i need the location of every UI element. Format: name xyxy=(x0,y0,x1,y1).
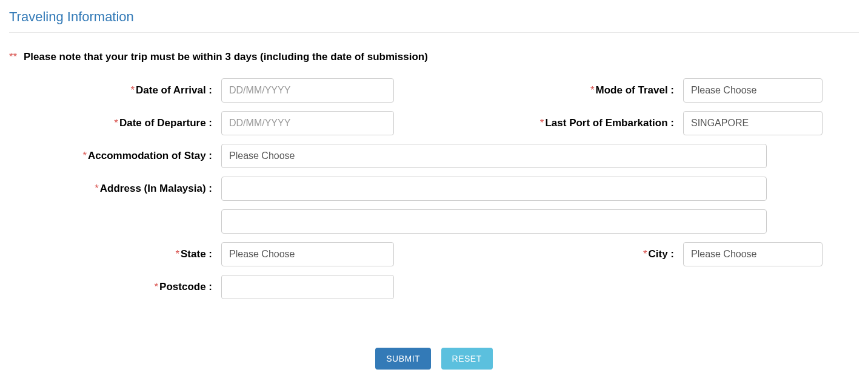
req-mark: * xyxy=(540,117,544,129)
accommodation-label: *Accommodation of Stay : xyxy=(9,150,221,162)
departure-label: *Date of Departure : xyxy=(9,117,221,129)
embarkation-select[interactable] xyxy=(683,111,823,135)
mode-select[interactable] xyxy=(683,78,823,103)
departure-input[interactable] xyxy=(221,111,394,135)
state-select[interactable] xyxy=(221,242,394,266)
postcode-label-text: Postcode : xyxy=(159,281,212,292)
embarkation-label-text: Last Port of Embarkation : xyxy=(545,117,674,129)
note-text: Please note that your trip must be withi… xyxy=(24,51,428,62)
req-mark: * xyxy=(643,248,647,260)
divider xyxy=(9,32,859,33)
address2-input[interactable] xyxy=(221,209,767,234)
req-mark: * xyxy=(130,84,135,96)
state-label-text: State : xyxy=(181,248,212,260)
arrival-input[interactable] xyxy=(221,78,394,103)
accommodation-label-text: Accommodation of Stay : xyxy=(88,150,212,161)
row-postcode: *Postcode : xyxy=(9,275,859,299)
mode-label-text: Mode of Travel : xyxy=(596,84,674,96)
arrival-label-text: Date of Arrival : xyxy=(136,84,212,96)
city-label-text: City : xyxy=(649,248,675,260)
accommodation-select[interactable] xyxy=(221,144,767,168)
button-row: SUBMIT RESET xyxy=(9,348,859,370)
address1-input[interactable] xyxy=(221,177,767,201)
row-arrival-mode: *Date of Arrival : *Mode of Travel : xyxy=(9,78,859,103)
city-label: *City : xyxy=(477,248,683,260)
row-address1: *Address (In Malaysia) : xyxy=(9,177,859,201)
embarkation-label: *Last Port of Embarkation : xyxy=(477,117,683,129)
city-select[interactable] xyxy=(683,242,823,266)
arrival-label: *Date of Arrival : xyxy=(9,84,221,96)
address-label: *Address (In Malaysia) : xyxy=(9,183,221,195)
submit-button[interactable]: SUBMIT xyxy=(375,348,431,370)
departure-label-text: Date of Departure : xyxy=(119,117,212,129)
mode-label: *Mode of Travel : xyxy=(477,84,683,96)
reset-button[interactable]: RESET xyxy=(441,348,493,370)
address-label-text: Address (In Malaysia) : xyxy=(100,183,212,194)
req-mark: * xyxy=(114,117,118,129)
note-star: ** xyxy=(9,51,17,62)
req-mark: * xyxy=(95,183,99,194)
row-departure-embarkation: *Date of Departure : *Last Port of Embar… xyxy=(9,111,859,135)
row-address2 xyxy=(9,209,859,234)
req-mark: * xyxy=(82,150,87,161)
postcode-input[interactable] xyxy=(221,275,394,299)
state-label: *State : xyxy=(9,248,221,260)
req-mark: * xyxy=(154,281,158,292)
req-mark: * xyxy=(175,248,179,260)
postcode-label: *Postcode : xyxy=(9,281,221,293)
note-row: ** Please note that your trip must be wi… xyxy=(9,51,859,63)
section-title: Traveling Information xyxy=(9,9,859,25)
row-accommodation: *Accommodation of Stay : xyxy=(9,144,859,168)
req-mark: * xyxy=(590,84,595,96)
row-state-city: *State : *City : xyxy=(9,242,859,266)
